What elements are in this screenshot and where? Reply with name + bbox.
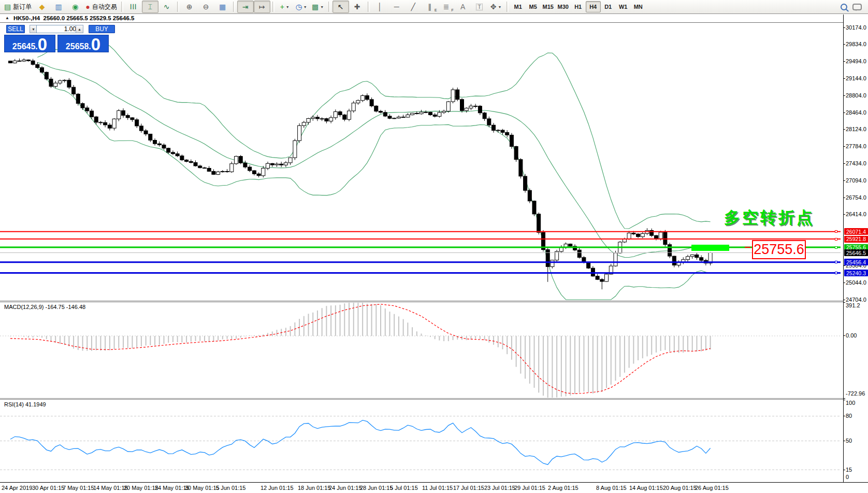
templates-icon: ▩ <box>312 3 319 10</box>
time-tick-label: 14 May 01:15 <box>93 485 128 491</box>
chevron-down-icon[interactable]: ▼ <box>303 5 307 9</box>
line-chart-button[interactable]: ∿ <box>158 1 175 13</box>
time-tick-label: 24 Jun 01:15 <box>329 485 362 491</box>
timeframe-m15-button[interactable]: M15 <box>541 1 556 12</box>
chevron-down-icon[interactable]: ▼ <box>498 5 502 9</box>
one-click-trading-panel: SELL ▼ ▲ BUY 25645.0 25658.0 <box>4 23 115 53</box>
price-callout-label[interactable]: 25755.6 <box>752 240 806 259</box>
chevron-down-icon[interactable]: ▼ <box>286 5 290 9</box>
vertical-line-button[interactable]: │ <box>372 1 388 13</box>
vertical-line-icon: │ <box>378 3 382 10</box>
timeframe-mn-button[interactable]: MN <box>631 1 646 12</box>
price-level-badge-support-line: 25240.3 <box>844 270 868 276</box>
data-window-button[interactable]: ▥ <box>50 1 67 13</box>
ask-price-main: 25658 <box>66 42 89 51</box>
crosshair-icon: ✚ <box>354 3 360 10</box>
new-order-button[interactable]: ▤新订单 <box>2 1 34 13</box>
chevron-down-icon[interactable]: ▼ <box>320 5 324 9</box>
rsi-axis-label: 0 <box>846 474 849 480</box>
buy-button[interactable]: BUY <box>89 25 115 33</box>
signals-button[interactable]: ◉ <box>67 1 83 13</box>
timeframe-w1-button[interactable]: W1 <box>616 1 631 12</box>
panel-splitter[interactable] <box>0 398 868 399</box>
panel-splitter[interactable] <box>0 301 868 301</box>
axis-tick <box>843 27 845 28</box>
panel-splitter[interactable] <box>0 399 868 400</box>
metaeditor-button[interactable]: ◆ <box>34 1 50 13</box>
chart-shift-button[interactable]: ↦ <box>254 1 270 13</box>
axis-tick <box>843 129 845 130</box>
auto-trading-button[interactable]: ●自动交易 <box>83 1 119 13</box>
highlight-rectangle[interactable] <box>691 245 729 251</box>
timeframe-h1-button[interactable]: H1 <box>571 1 586 12</box>
zoom-in-button[interactable]: ⊕ <box>181 1 198 13</box>
toolbar: ▤新订单◆▥◉●自动交易☰⌶∿⊕⊖▦⇥↦+▼◷▼▩▼↖✚│─╱∥E≣FAT✥▼M… <box>0 0 868 14</box>
zoom-out-button[interactable]: ⊖ <box>198 1 214 13</box>
bid-price[interactable]: 25645.0 <box>4 35 55 52</box>
axis-tick <box>843 78 845 79</box>
indicators-button[interactable]: +▼ <box>277 1 293 13</box>
bar-chart-icon: ☰ <box>130 4 137 10</box>
candlestick-button[interactable]: ⌶ <box>142 1 158 13</box>
ask-price[interactable]: 25658.0 <box>57 35 109 52</box>
timeframe-m5-button[interactable]: M5 <box>526 1 541 12</box>
time-tick-label: 17 Jul 01:15 <box>453 485 484 491</box>
timeframe-m1-button[interactable]: M1 <box>511 1 526 12</box>
time-tick-label: 30 Apr 01:15 <box>32 485 64 491</box>
volume-up-button[interactable]: ▲ <box>76 25 83 33</box>
collapse-triangle-icon[interactable]: ▲ <box>5 16 9 20</box>
axis-tick <box>843 400 845 400</box>
line-anchor-handle[interactable] <box>835 246 837 249</box>
sell-button[interactable]: SELL <box>6 25 25 33</box>
chat-icon[interactable] <box>852 4 862 10</box>
auto-scroll-button[interactable]: ⇥ <box>237 1 254 13</box>
time-tick-label: 23 Jul 01:15 <box>484 485 515 491</box>
equidistant-channel-button[interactable]: ∥E <box>422 1 438 13</box>
macd-axis-label: 0.00 <box>846 332 857 339</box>
cursor-icon: ↖ <box>338 3 344 10</box>
crosshair-button[interactable]: ✚ <box>349 1 366 13</box>
text-button[interactable]: A <box>455 1 471 13</box>
fibonacci-button[interactable]: ≣F <box>438 1 455 13</box>
axis-tick <box>843 335 845 336</box>
axis-tick <box>843 214 845 215</box>
price-tick-label: 29144.0 <box>846 75 866 81</box>
arrows-button[interactable]: ✥▼ <box>488 1 504 13</box>
axis-tick <box>843 470 845 470</box>
time-tick-label: 30 May 01:15 <box>185 485 220 491</box>
horizontal-line-button[interactable]: ─ <box>388 1 405 13</box>
line-anchor-handle[interactable] <box>835 230 837 233</box>
timeframe-d1-button[interactable]: D1 <box>601 1 616 12</box>
tile-windows-icon: ▦ <box>219 3 226 10</box>
time-tick-label: 24 Apr 2019 <box>2 485 32 491</box>
annotation-text[interactable]: 多空转折点 <box>724 207 815 229</box>
volume-input[interactable] <box>36 25 79 33</box>
auto-scroll-icon: ⇥ <box>242 3 249 10</box>
line-anchor-handle[interactable] <box>835 272 837 274</box>
price-level-badge-support-line: 25456.4 <box>844 259 868 265</box>
panel-splitter[interactable] <box>0 302 868 302</box>
time-tick-label: 18 Jun 01:15 <box>298 485 331 491</box>
price-tick-label: 27434.0 <box>846 160 866 166</box>
equidistant-channel-icon: ∥ <box>428 3 431 10</box>
trendline-button[interactable]: ╱ <box>405 1 422 13</box>
tile-windows-button[interactable]: ▦ <box>214 1 231 13</box>
macd-axis-label: -722.96 <box>846 390 865 397</box>
axis-tick <box>843 283 845 283</box>
bar-chart-button[interactable]: ☰ <box>125 1 142 13</box>
data-window-icon: ▥ <box>55 3 62 10</box>
cursor-button[interactable]: ↖ <box>332 1 349 13</box>
line-anchor-handle[interactable] <box>835 261 837 263</box>
time-tick-label: 5 Jun 01:15 <box>216 485 246 491</box>
time-tick-label: 2 Aug 01:15 <box>548 485 578 491</box>
icon-sub-letter: E <box>435 8 437 12</box>
timeframe-m30-button[interactable]: M30 <box>556 1 571 12</box>
periods-button[interactable]: ◷▼ <box>293 1 310 13</box>
axis-tick <box>843 95 845 96</box>
search-icon[interactable] <box>841 4 847 10</box>
text-label-button[interactable]: T <box>471 1 488 13</box>
price-tick-label: 29834.0 <box>846 41 866 47</box>
timeframe-h4-button[interactable]: H4 <box>586 1 601 12</box>
templates-button[interactable]: ▩▼ <box>310 1 326 13</box>
line-anchor-handle[interactable] <box>835 238 837 241</box>
